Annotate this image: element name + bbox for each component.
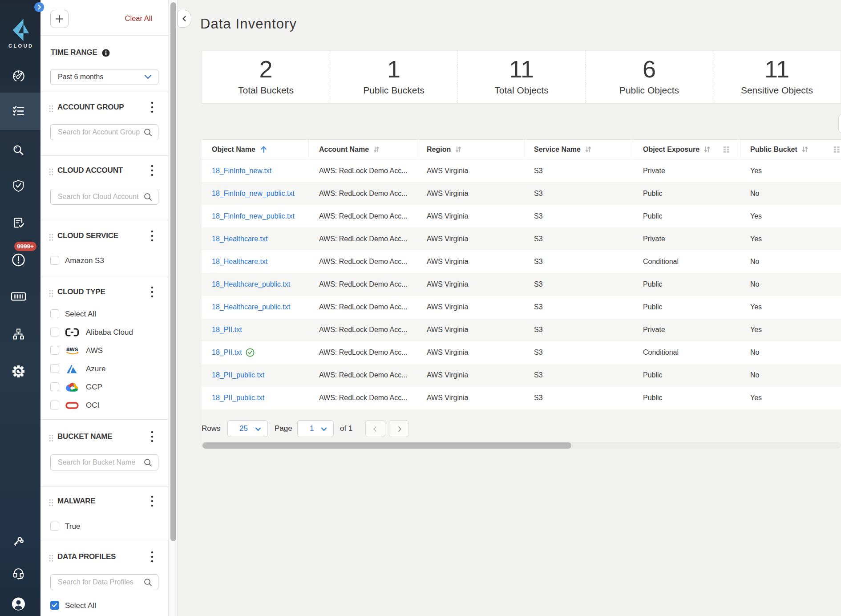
svg-text:aws: aws xyxy=(66,345,78,353)
